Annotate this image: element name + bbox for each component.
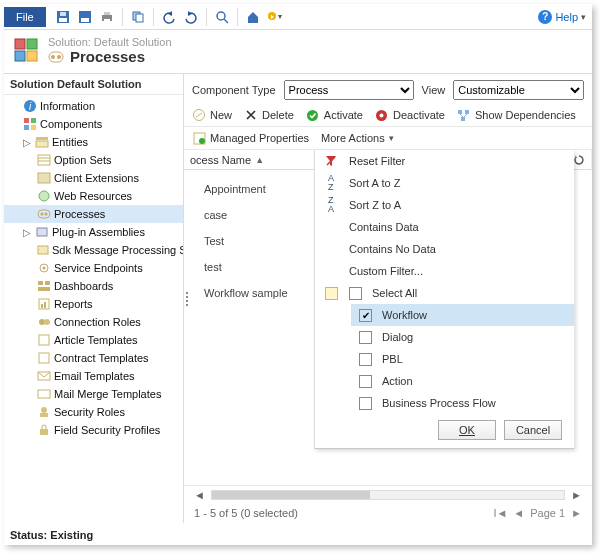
deactivate-icon xyxy=(375,108,389,122)
svg-rect-4 xyxy=(81,18,89,22)
home-icon[interactable] xyxy=(245,9,261,25)
component-type-label: Component Type xyxy=(192,84,276,96)
more-actions-button[interactable]: More Actions ▾ xyxy=(321,132,394,144)
svg-point-35 xyxy=(45,213,48,216)
redo-icon[interactable] xyxy=(183,9,199,25)
sidebar-item-contract-templates[interactable]: Contract Templates xyxy=(4,349,183,367)
sidebar-item-security-roles[interactable]: Security Roles xyxy=(4,403,183,421)
content-area: Component Type Process View Customizable… xyxy=(184,74,592,523)
help-label: Help xyxy=(555,11,578,23)
grid-pager: I◄ ◄ Page 1 ► xyxy=(493,507,582,519)
sidebar-item-components[interactable]: Components xyxy=(4,115,183,133)
deactivate-button[interactable]: Deactivate xyxy=(375,108,445,122)
sidebar-item-processes[interactable]: Processes xyxy=(4,205,183,223)
view-select[interactable]: Customizable xyxy=(453,80,584,100)
filter-opt-dialog[interactable]: Dialog xyxy=(351,326,574,348)
solution-subtitle: Solution: Default Solution xyxy=(48,36,172,48)
sidebar-item-plugin-assemblies[interactable]: ▷Plug-in Assemblies xyxy=(4,223,183,241)
sidebar-item-entities[interactable]: ▷Entities xyxy=(4,133,183,151)
checkbox-dialog[interactable] xyxy=(359,331,372,344)
col-process-name[interactable]: ocess Name▲ xyxy=(184,150,324,169)
help-link[interactable]: ?Help ▾ xyxy=(538,10,586,24)
sidebar-item-field-security-profiles[interactable]: Field Security Profiles xyxy=(4,421,183,439)
new-button[interactable]: New xyxy=(192,108,232,122)
sidebar-item-web-resources[interactable]: Web Resources xyxy=(4,187,183,205)
sidebar-item-information[interactable]: iInformation xyxy=(4,97,183,115)
prev-page-icon[interactable]: ◄ xyxy=(513,507,524,519)
sort-za-icon: ZA xyxy=(323,196,339,214)
sidebar-item-reports[interactable]: Reports xyxy=(4,295,183,313)
file-tab[interactable]: File xyxy=(4,7,46,27)
copy-icon[interactable] xyxy=(130,9,146,25)
sidebar-item-service-endpoints[interactable]: Service Endpoints xyxy=(4,259,183,277)
grid-selection-status: 1 - 5 of 5 (0 selected) xyxy=(194,507,298,519)
undo-icon[interactable] xyxy=(161,9,177,25)
svg-rect-36 xyxy=(37,228,47,236)
svg-point-52 xyxy=(41,407,47,413)
checkbox-bpf[interactable] xyxy=(359,397,372,410)
sort-asc-icon: ▲ xyxy=(255,155,264,165)
filter-reset[interactable]: Reset Filter xyxy=(315,150,574,172)
checkbox-workflow[interactable] xyxy=(359,309,372,322)
filter-sort-az[interactable]: AZSort A to Z xyxy=(315,172,574,194)
filter-cancel-button[interactable]: Cancel xyxy=(504,420,562,440)
sidebar-item-client-extensions[interactable]: Client Extensions xyxy=(4,169,183,187)
save-icon[interactable] xyxy=(55,9,71,25)
delete-button[interactable]: Delete xyxy=(244,108,294,122)
sidebar-item-article-templates[interactable]: Article Templates xyxy=(4,331,183,349)
print-icon[interactable] xyxy=(99,9,115,25)
grid-hscrollbar[interactable]: ◄ ► xyxy=(184,485,592,503)
filter-opt-bpf[interactable]: Business Process Flow xyxy=(351,392,574,414)
next-page-icon[interactable]: ► xyxy=(571,507,582,519)
svg-rect-53 xyxy=(40,413,48,417)
sidebar-item-email-templates[interactable]: Email Templates xyxy=(4,367,183,385)
select-all-sub-checkbox[interactable] xyxy=(349,287,362,300)
svg-point-63 xyxy=(199,138,205,144)
svg-rect-9 xyxy=(136,14,143,22)
component-type-select[interactable]: Process xyxy=(284,80,414,100)
filter-opt-pbl[interactable]: PBL xyxy=(351,348,574,370)
filter-sort-za[interactable]: ZASort Z to A xyxy=(315,194,574,216)
svg-rect-60 xyxy=(465,110,469,114)
filter-select-all[interactable]: Select All xyxy=(315,282,574,304)
actions-dropdown-icon[interactable] xyxy=(267,9,283,25)
scroll-left-icon[interactable]: ◄ xyxy=(194,489,205,501)
checkbox-pbl[interactable] xyxy=(359,353,372,366)
svg-rect-44 xyxy=(41,304,43,308)
svg-rect-26 xyxy=(36,137,48,140)
svg-rect-6 xyxy=(104,12,110,15)
svg-rect-41 xyxy=(45,281,50,285)
select-all-checkbox[interactable] xyxy=(325,287,338,300)
sidebar-item-mail-merge-templates[interactable]: Mail Merge Templates xyxy=(4,385,183,403)
filter-opt-action[interactable]: Action xyxy=(351,370,574,392)
filter-ok-button[interactable]: OK xyxy=(438,420,496,440)
sidebar-item-sdk-message[interactable]: Sdk Message Processing S... xyxy=(4,241,183,259)
first-page-icon[interactable]: I◄ xyxy=(493,507,507,519)
svg-rect-31 xyxy=(38,173,50,183)
save-close-icon[interactable] xyxy=(77,9,93,25)
sidebar-item-connection-roles[interactable]: Connection Roles xyxy=(4,313,183,331)
process-grid: ocess Name▲ Category Primary Entit Appoi… xyxy=(184,150,592,523)
checkbox-action[interactable] xyxy=(359,375,372,388)
svg-rect-54 xyxy=(40,429,48,435)
svg-rect-33 xyxy=(38,210,50,218)
svg-rect-40 xyxy=(38,281,43,285)
filter-opt-workflow[interactable]: Workflow xyxy=(351,304,574,326)
activate-button[interactable]: Activate xyxy=(306,108,363,122)
managed-properties-button[interactable]: Managed Properties xyxy=(192,131,309,145)
page-title-text: Processes xyxy=(70,48,145,65)
managed-props-icon xyxy=(192,131,206,145)
show-dependencies-button[interactable]: Show Dependencies xyxy=(457,108,576,122)
page-label: Page 1 xyxy=(530,507,565,519)
sidebar-item-option-sets[interactable]: Option Sets xyxy=(4,151,183,169)
search-icon[interactable] xyxy=(214,9,230,25)
svg-point-32 xyxy=(39,191,49,201)
filter-contains-data[interactable]: Contains Data xyxy=(315,216,574,238)
filter-custom[interactable]: Custom Filter... xyxy=(315,260,574,282)
sidebar-item-dashboards[interactable]: Dashboards xyxy=(4,277,183,295)
filter-contains-no-data[interactable]: Contains No Data xyxy=(315,238,574,260)
grid-toolbar-2: Managed Properties More Actions ▾ xyxy=(184,127,592,150)
scroll-right-icon[interactable]: ► xyxy=(571,489,582,501)
svg-rect-23 xyxy=(31,118,36,123)
svg-rect-25 xyxy=(31,125,36,130)
